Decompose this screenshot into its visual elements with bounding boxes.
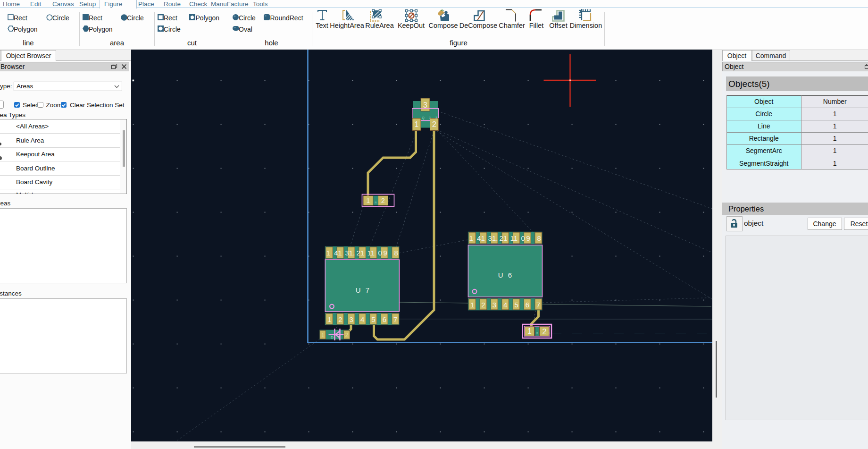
svg-text:1: 1 [321,333,324,338]
svg-text:21: 21 [500,234,508,242]
svg-text:1: 1 [338,335,341,339]
svg-text:2: 2 [381,197,385,204]
svg-text:3: 3 [492,301,496,309]
svg-text:R: R [375,201,377,204]
svg-text:8: 8 [394,249,398,257]
svg-text:2: 2 [481,301,485,309]
svg-text:1: 1 [327,315,331,323]
svg-text:1: 1 [367,197,370,204]
svg-text:1: 1 [429,116,431,119]
svg-text:31.: 31. [345,249,355,257]
svg-text:3: 3 [423,101,427,109]
svg-text:0: 0 [521,234,525,242]
svg-text:2: 2 [338,315,342,323]
svg-text:0: 0 [378,249,382,257]
svg-text:U 7: U 7 [356,286,371,294]
svg-text:41: 41 [334,249,342,257]
svg-text:R: R [536,331,538,334]
svg-text:21: 21 [357,249,365,257]
svg-text:6: 6 [383,315,386,323]
svg-text:31.: 31. [488,234,498,242]
svg-text:5: 5 [514,301,518,309]
svg-text:1: 1 [470,301,474,309]
svg-text:9: 9 [526,234,530,242]
svg-text:D: D [331,335,334,339]
svg-text:41: 41 [477,234,485,242]
svg-text:1: 1 [527,327,532,335]
svg-text:4: 4 [360,315,364,323]
svg-text:9: 9 [384,249,387,257]
svg-text:U 6: U 6 [498,271,513,279]
svg-text:1: 1 [469,234,473,242]
svg-text:7: 7 [536,301,540,309]
svg-text:3: 3 [350,315,353,323]
svg-text:7: 7 [393,315,397,323]
svg-text:5: 5 [371,315,375,323]
svg-text:6: 6 [526,301,529,309]
svg-text:Q: Q [422,116,425,120]
svg-text:11: 11 [510,234,518,242]
svg-text:1: 1 [326,249,330,257]
svg-text:3: 3 [435,116,437,119]
svg-text:1: 1 [415,120,419,128]
svg-text:4: 4 [503,301,507,309]
svg-text:8: 8 [537,234,541,242]
svg-text:2: 2 [345,332,349,339]
svg-text:11: 11 [367,249,375,257]
svg-text:2: 2 [432,120,436,128]
